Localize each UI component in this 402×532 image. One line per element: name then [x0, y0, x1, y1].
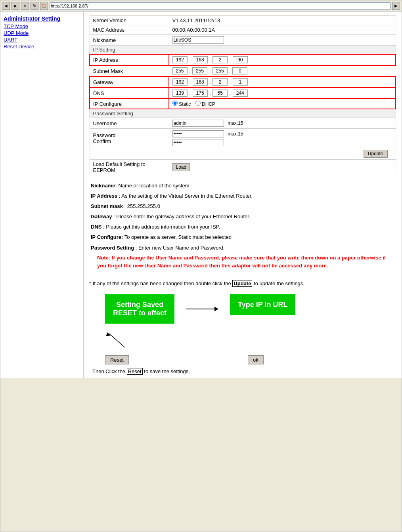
ip-address-row: IP Address . . . — [90, 54, 396, 65]
update-instruction-box: Update — [232, 280, 252, 287]
ok-button[interactable]: ok — [248, 355, 264, 364]
ok-btn-area: ok — [248, 332, 264, 364]
username-label: Username — [90, 118, 169, 129]
update-cell: Update — [169, 148, 396, 160]
ip-configure-static-text: Static — [179, 101, 191, 107]
ip-configure-dhcp-label[interactable]: DHCP — [195, 101, 215, 107]
password-max: max:15 — [228, 131, 243, 137]
arrow-up-left-area — [105, 332, 129, 347]
mac-address-label: MAC Address — [90, 25, 169, 35]
ip-address-c[interactable] — [212, 56, 228, 63]
subnet-c[interactable] — [212, 67, 228, 74]
stop-button[interactable]: ✕ — [21, 2, 29, 10]
main-content: Kernel Version V1.43.11 2011/12/13 MAC A… — [84, 11, 402, 378]
svg-line-0 — [109, 334, 125, 347]
subnet-a[interactable] — [172, 67, 188, 74]
dns-sep-1: . — [190, 90, 191, 96]
subnet-mask-row: Subnet Mask . . . — [90, 65, 396, 76]
type-ip-text: Type IP in URL — [238, 301, 287, 309]
load-default-label: Load Default Setting to EEPROM — [90, 160, 169, 175]
desc-subnet: Subnet mask : 255.255.255.0 — [91, 202, 394, 211]
ip-configure-cell: Static DHCP — [169, 99, 396, 109]
sidebar-item-tcp-mode[interactable]: TCP Mode — [4, 23, 80, 29]
back-button[interactable]: ◀ — [2, 2, 10, 10]
desc-ip-cfg-bold: IP Configure: — [91, 234, 123, 240]
update-row: Update — [90, 148, 396, 160]
sidebar-title[interactable]: Administrator Setting — [4, 15, 80, 22]
update-text-after: to update the settings. — [252, 280, 304, 286]
nickname-label: Nickname — [90, 35, 169, 46]
desc-nickname-rest: Name or location of the system. — [118, 183, 191, 189]
password-setting-header: Password Setting — [90, 109, 396, 118]
setting-saved-line2: RESET to effect — [113, 309, 167, 317]
subnet-d[interactable] — [232, 67, 247, 74]
update-instruction: * If any of the settings has been change… — [89, 280, 396, 288]
settings-table: Kernel Version V1.43.11 2011/12/13 MAC A… — [89, 15, 396, 175]
ip-configure-static-radio[interactable] — [172, 101, 178, 106]
password-input[interactable] — [172, 130, 224, 137]
setting-saved-line1: Setting Saved — [116, 301, 163, 309]
desc-ip-cfg-rest: To operate as a server, Static must be s… — [124, 234, 232, 240]
desc-nickname: Nickname: Name or location of the system… — [91, 181, 394, 190]
sidebar-item-uart[interactable]: UART — [4, 37, 80, 43]
dns-d[interactable] — [233, 90, 248, 97]
gateway-a[interactable] — [172, 78, 188, 86]
dns-c[interactable] — [212, 90, 228, 97]
dns-b[interactable] — [193, 90, 208, 97]
gateway-b[interactable] — [193, 78, 208, 86]
sidebar-item-udp-mode[interactable]: UDP Mode — [4, 30, 80, 36]
subnet-b[interactable] — [192, 67, 207, 74]
gateway-sep-1: . — [190, 79, 191, 85]
desc-ip-bold: IP Address — [91, 193, 117, 199]
username-cell: max:15 — [169, 118, 396, 129]
password-label: Password Confirm — [90, 129, 169, 148]
username-input[interactable] — [172, 120, 224, 127]
ip-configure-static-label[interactable]: Static — [172, 101, 192, 107]
confirm-input[interactable] — [172, 139, 224, 146]
ip-configure-dhcp-radio[interactable] — [195, 101, 201, 106]
type-ip-box: Type IP in URL — [230, 294, 295, 315]
desc-pwd-bold: Password Setting — [91, 245, 134, 251]
refresh-button[interactable]: ↻ — [31, 2, 38, 10]
desc-pwd-rest: : Enter new User Name and Password. — [136, 245, 225, 251]
sidebar: Administrator Setting TCP Mode UDP Mode … — [0, 11, 84, 378]
desc-dns-bold: DNS — [91, 224, 101, 230]
go-button[interactable]: ▶ — [392, 2, 400, 10]
gateway-d[interactable] — [233, 78, 248, 86]
kernel-version-label: Kernel Version — [90, 16, 169, 25]
dns-row: DNS . . . — [90, 88, 396, 99]
gateway-sep-2: . — [209, 79, 211, 85]
arrow-right-icon — [186, 309, 218, 309]
confirm-label: Confirm — [93, 138, 111, 144]
subnet-sep-1: . — [189, 68, 190, 74]
desc-ip-configure: IP Configure: To operate as a server, St… — [91, 233, 394, 242]
subnet-mask-label: Subnet Mask — [90, 65, 169, 76]
username-max: max:15 — [228, 120, 243, 126]
desc-subnet-rest: : 255.255.255.0 — [124, 203, 160, 209]
gateway-c[interactable] — [212, 78, 228, 86]
sidebar-item-reset-device[interactable]: Reset Device — [4, 44, 80, 50]
ip-configure-dhcp-text: DHCP — [202, 101, 215, 107]
ip-address-b[interactable] — [193, 56, 208, 63]
load-button[interactable]: Load — [172, 163, 190, 171]
desc-password: Password Setting : Enter new User Name a… — [91, 244, 394, 252]
subnet-mask-cell: . . . — [169, 65, 396, 76]
desc-gateway: Gateway : Please enter the gateway addre… — [91, 212, 394, 221]
update-text-before: * If any of the settings has been change… — [89, 280, 232, 286]
nickname-row: Nickname — [90, 35, 396, 46]
ip-address-a[interactable] — [172, 56, 188, 63]
home-button[interactable]: 🏠 — [40, 2, 48, 10]
dns-a[interactable] — [172, 90, 188, 97]
update-button[interactable]: Update — [364, 150, 388, 158]
address-bar[interactable] — [50, 2, 391, 10]
nickname-input[interactable] — [172, 36, 224, 44]
username-row: Username max:15 — [90, 118, 396, 129]
gateway-row: Gateway . . . — [90, 76, 396, 88]
ip-address-d[interactable] — [233, 56, 248, 63]
setting-saved-box: Setting Saved RESET to effect — [105, 294, 174, 324]
subnet-sep-2: . — [209, 68, 211, 74]
desc-ip-address: IP Address : As the setting of the Virtu… — [91, 192, 394, 200]
desc-gateway-bold: Gateway — [91, 214, 112, 219]
forward-button[interactable]: ▶ — [11, 2, 19, 10]
reset-button[interactable]: Reset — [105, 355, 129, 364]
